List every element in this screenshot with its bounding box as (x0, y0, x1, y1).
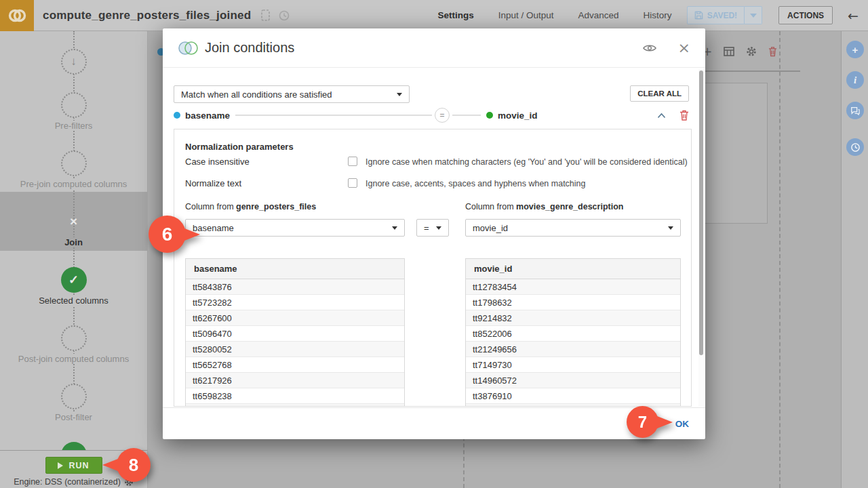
right-table-header: movie_id (466, 259, 680, 279)
condition-connector (235, 115, 432, 116)
step-circle-icon (61, 325, 87, 351)
topbar-tab[interactable]: Advanced (578, 10, 619, 20)
right-column-from-label: Column from movies_genre_description (465, 202, 623, 211)
table-row: tt14960572 (466, 373, 680, 388)
operator-badge: = (435, 108, 450, 123)
table-icon[interactable] (724, 47, 734, 56)
background-toolbar: + (703, 45, 777, 58)
step-circle-icon: ✓ (61, 267, 87, 293)
table-row: tt8522006 (466, 326, 680, 342)
normalization-heading: Normalization parameters (185, 142, 294, 152)
right-dataset-dot (486, 112, 493, 119)
delete-condition-trash-icon[interactable] (679, 110, 689, 121)
right-column-select[interactable]: movie_id (465, 219, 681, 237)
table-row: tt12783454 (466, 279, 680, 295)
right-column-name: movie_id (498, 110, 538, 121)
table-row: tt5723282 (186, 295, 404, 310)
chevron-down-icon (392, 226, 397, 230)
topbar-tab[interactable]: History (644, 10, 672, 20)
left-column-name: basename (185, 110, 230, 121)
step-label: Selected columns (0, 296, 147, 306)
table-row: tt6217926 (186, 373, 404, 388)
right-sample-table: movie_id tt12783454tt1798632tt9214832tt8… (465, 258, 681, 407)
top-bar: compute_genre_posters_files_joined Setti… (0, 0, 868, 31)
chevron-up-icon[interactable] (657, 113, 666, 119)
step-circle-icon (61, 150, 87, 176)
save-button-label: SAVED! (707, 11, 737, 20)
step-circle-icon: ✓ (61, 442, 87, 450)
save-button[interactable]: SAVED! (687, 6, 745, 24)
table-row: tt5843876 (186, 279, 404, 295)
save-button-group: SAVED! (687, 6, 762, 24)
table-row: tt5412230 (186, 404, 404, 407)
info-icon[interactable]: i (846, 71, 864, 89)
copy-icon[interactable] (261, 9, 270, 21)
case-insensitive-description: Ignore case when matching characters (eg… (366, 157, 688, 167)
dropdown-caret-icon (750, 14, 757, 18)
step-circle-icon (61, 92, 87, 118)
scrollbar-thumb[interactable] (699, 70, 703, 355)
table-row: tt1798632 (466, 295, 680, 310)
step-circle-icon (61, 384, 87, 409)
plus-icon[interactable]: + (846, 41, 864, 58)
modal-header: Join conditions × (163, 28, 705, 68)
condition-details-panel: Normalization parameters Case insensitiv… (174, 129, 692, 407)
title-icons (261, 9, 290, 21)
trash-icon[interactable] (768, 46, 777, 57)
left-column-select[interactable]: basename (185, 219, 405, 237)
left-dataset-dot (174, 112, 180, 119)
normalize-text-checkbox[interactable] (348, 178, 357, 188)
join-steps-sidebar: ↓ Pre-filters Pre-join computed columns … (0, 31, 148, 450)
match-mode-select[interactable]: Match when all conditions are satisfied (174, 85, 410, 103)
save-icon (694, 11, 703, 20)
table-row: tt21249656 (466, 342, 680, 357)
run-button[interactable]: RUN (45, 457, 102, 474)
table-row: tt7149730 (466, 357, 680, 373)
chevron-down-icon (397, 93, 402, 96)
page-title: compute_genre_posters_files_joined (43, 9, 251, 22)
join-condition-row[interactable]: basename = movie_id (174, 107, 689, 123)
join-venn-icon (178, 40, 199, 56)
history-icon[interactable] (846, 138, 864, 156)
status-icon[interactable] (279, 10, 290, 21)
step-item[interactable]: Post-filter (0, 384, 147, 442)
modal-scrollbar[interactable] (698, 69, 704, 407)
topbar-tab[interactable]: Settings (437, 10, 473, 20)
save-dropdown-button[interactable] (745, 6, 762, 24)
step-label: Post-join computed columns (0, 354, 147, 364)
left-sample-table: basename tt5843876tt5723282tt6267600tt50… (185, 258, 405, 407)
step-circle-icon: × (61, 209, 87, 235)
table-row: tt5096470 (186, 326, 404, 342)
case-insensitive-label: Case insensitive (185, 157, 250, 167)
normalize-text-description: Ignore case, accents, spaces and hyphens… (366, 179, 586, 188)
table-row: tt6598238 (186, 388, 404, 404)
preview-eye-icon[interactable] (643, 43, 656, 53)
left-column-from-label: Column from genre_posters_files (185, 202, 316, 211)
table-row: tt3876910 (466, 388, 680, 404)
step-circle-icon: ↓ (61, 49, 87, 75)
annotation-pin-6: 6 (149, 216, 186, 253)
join-conditions-modal: Join conditions × Match when all conditi… (163, 28, 705, 439)
case-insensitive-checkbox[interactable] (348, 157, 357, 166)
topbar-tab[interactable]: Input / Output (498, 10, 554, 20)
background-guide-line (779, 31, 781, 488)
table-row: tt5652768 (186, 357, 404, 373)
actions-button[interactable]: ACTIONS (778, 6, 833, 24)
discussions-icon[interactable] (846, 102, 864, 119)
play-icon (58, 462, 63, 469)
annotation-pin-7: 7 (627, 406, 658, 438)
step-label: Pre-filters (0, 121, 147, 131)
chevron-down-icon (668, 226, 673, 230)
join-recipe-logo[interactable] (0, 0, 34, 31)
ok-button[interactable]: OK (675, 419, 689, 429)
close-icon[interactable]: × (678, 41, 690, 56)
app-screen: compute_genre_posters_files_joined Setti… (0, 0, 868, 488)
step-label: Join (0, 237, 147, 247)
annotation-pin-8: 8 (117, 448, 151, 482)
table-row: tt5280052 (186, 342, 404, 357)
gear-icon[interactable] (746, 46, 757, 57)
collapse-arrow-icon[interactable]: ← (848, 8, 859, 23)
step-label: Post-filter (0, 412, 147, 422)
operator-select[interactable]: = (416, 219, 449, 237)
clear-all-button[interactable]: CLEAR ALL (630, 85, 689, 102)
